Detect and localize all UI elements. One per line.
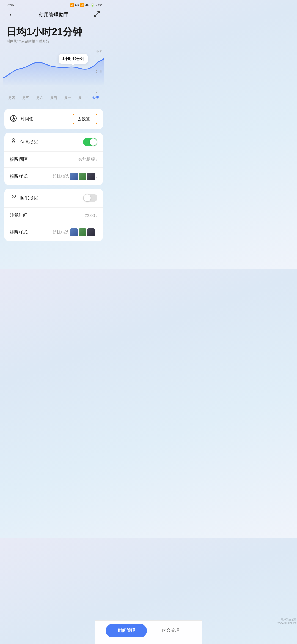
sleep-thumb-3 bbox=[87, 228, 95, 236]
sleep-reminder-card: 睡眠提醒 睡觉时间 22:00 › 提醒样式 随机精选 › bbox=[4, 189, 103, 241]
header: ‹ 使用管理助手 bbox=[0, 9, 107, 23]
rest-style-value: 随机精选 › bbox=[53, 173, 97, 180]
sleep-toggle-knob bbox=[84, 194, 91, 201]
4g-icon2: 4G bbox=[85, 3, 89, 7]
rest-thumb-1 bbox=[70, 173, 78, 180]
y-label-0: 0 bbox=[96, 90, 103, 93]
sleep-thumb-1 bbox=[70, 228, 78, 236]
rest-toggle-knob bbox=[90, 138, 97, 146]
avg-time-display: 日均1小时21分钟 bbox=[7, 26, 101, 38]
sleep-style-chevron: › bbox=[96, 230, 97, 234]
signal-icon2: 📶 bbox=[80, 3, 84, 7]
sleep-label: 睡眠提醒 bbox=[20, 195, 83, 201]
status-bar: 17:56 📶 4G 📶 4G 🔋 77% bbox=[0, 0, 107, 9]
goto-settings-button[interactable]: 去设置 › bbox=[73, 114, 97, 124]
status-right: 📶 4G 📶 4G 🔋 77% bbox=[70, 3, 102, 7]
hours-value: 1 bbox=[26, 26, 32, 37]
goto-settings-chevron: › bbox=[91, 117, 92, 121]
sleep-icon bbox=[10, 193, 17, 202]
chart-svg bbox=[3, 49, 105, 85]
rest-style-row[interactable]: 提醒样式 随机精选 › bbox=[4, 168, 103, 185]
sleep-toggle[interactable] bbox=[83, 194, 97, 202]
sleep-thumb-group bbox=[70, 228, 95, 236]
chart-container: 小时 2小时 0 1小时49分钟 bbox=[3, 49, 105, 93]
rest-interval-chevron: › bbox=[96, 157, 97, 162]
svg-line-0 bbox=[97, 12, 99, 13]
rest-toggle[interactable] bbox=[83, 138, 97, 146]
back-button[interactable]: ‹ bbox=[6, 12, 15, 18]
sleep-time-value: 22:00 › bbox=[85, 213, 97, 218]
rest-header-row: 休息提醒 bbox=[4, 133, 103, 152]
rest-icon bbox=[10, 138, 17, 146]
rest-style-label: 提醒样式 bbox=[10, 174, 53, 179]
day-thu: 周四 bbox=[8, 95, 15, 100]
rest-thumb-group bbox=[70, 173, 95, 180]
day-today: 今天 bbox=[92, 95, 99, 100]
time-lock-icon bbox=[10, 115, 17, 124]
sleep-thumb-2 bbox=[79, 228, 86, 236]
avg-label: 日均 bbox=[7, 26, 26, 37]
signal-icon: 📶 bbox=[70, 3, 74, 7]
chart-y-labels: 小时 2小时 0 bbox=[96, 49, 103, 93]
chart-tooltip: 1小时49分钟 bbox=[59, 54, 88, 64]
day-tue: 周二 bbox=[78, 95, 85, 100]
battery-level: 77% bbox=[96, 3, 102, 7]
battery-icon: 🔋 bbox=[90, 3, 95, 7]
svg-line-1 bbox=[94, 15, 96, 17]
share-button[interactable] bbox=[92, 11, 102, 19]
stats-subtitle: 时间统计从更新版本后开始 bbox=[7, 39, 101, 44]
minutes-value: 21 bbox=[52, 26, 63, 37]
sleep-time-row[interactable]: 睡觉时间 22:00 › bbox=[4, 208, 103, 223]
day-sat: 周六 bbox=[36, 95, 43, 100]
4g-icon: 4G bbox=[75, 3, 79, 7]
stats-section: 日均1小时21分钟 时间统计从更新版本后开始 bbox=[0, 23, 107, 44]
day-fri: 周五 bbox=[22, 95, 29, 100]
rest-label: 休息提醒 bbox=[20, 139, 83, 145]
rest-interval-value: 智能提醒 › bbox=[78, 157, 97, 162]
svg-point-4 bbox=[12, 139, 15, 142]
day-sun: 周日 bbox=[50, 95, 57, 100]
day-labels: 周四 周五 周六 周日 周一 周二 今天 bbox=[0, 93, 107, 106]
rest-reminder-card: 休息提醒 提醒间隔 智能提醒 › 提醒样式 随机精选 › bbox=[4, 133, 103, 185]
rest-interval-label: 提醒间隔 bbox=[10, 157, 78, 162]
minute-unit: 分钟 bbox=[63, 26, 82, 37]
hour-unit: 小时 bbox=[32, 26, 52, 37]
rest-thumb-3 bbox=[87, 173, 95, 180]
time-lock-card: 时间锁 去设置 › bbox=[4, 109, 103, 129]
time-lock-row: 时间锁 去设置 › bbox=[4, 109, 103, 129]
y-label-2h: 2小时 bbox=[96, 70, 103, 74]
sleep-header-row: 睡眠提醒 bbox=[4, 189, 103, 208]
rest-style-chevron: › bbox=[96, 174, 97, 179]
day-mon: 周一 bbox=[64, 95, 71, 100]
sleep-time-label: 睡觉时间 bbox=[10, 212, 85, 218]
sleep-style-value: 随机精选 › bbox=[53, 228, 97, 236]
svg-rect-3 bbox=[13, 119, 14, 120]
page-title: 使用管理助手 bbox=[15, 12, 92, 18]
rest-interval-row[interactable]: 提醒间隔 智能提醒 › bbox=[4, 152, 103, 168]
sleep-time-chevron: › bbox=[96, 213, 97, 218]
chart-section: 小时 2小时 0 1小时49分钟 周四 周五 周六 bbox=[0, 44, 107, 109]
sleep-style-row[interactable]: 提醒样式 随机精选 › bbox=[4, 223, 103, 241]
status-time: 17:56 bbox=[5, 3, 14, 7]
sleep-style-label: 提醒样式 bbox=[10, 230, 53, 235]
time-lock-label: 时间锁 bbox=[20, 116, 73, 122]
y-label-top: 小时 bbox=[96, 49, 103, 53]
rest-thumb-2 bbox=[79, 173, 86, 180]
